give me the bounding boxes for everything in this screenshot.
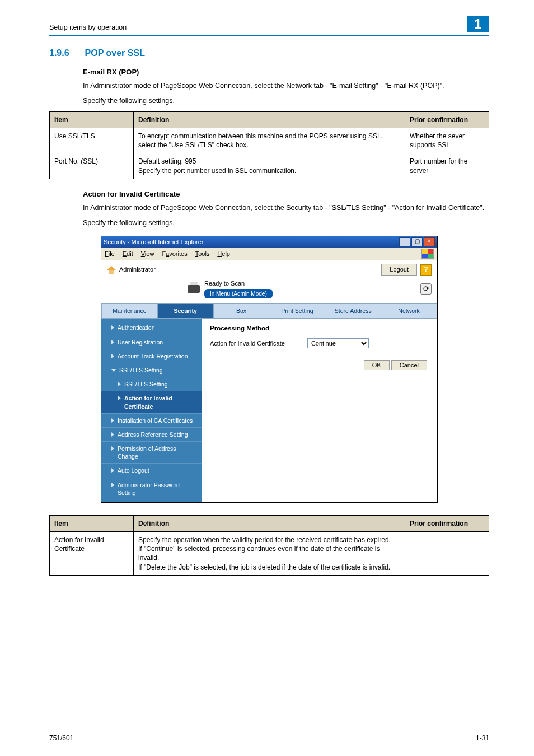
sidebar-item-authentication[interactable]: Authentication bbox=[101, 321, 202, 335]
col-definition: Definition bbox=[134, 111, 405, 128]
menu-file[interactable]: File bbox=[105, 250, 115, 258]
cell-item: Use SSL/TLS bbox=[50, 128, 134, 153]
cell-def: To encrypt communication between this ma… bbox=[134, 128, 405, 153]
tab-print-setting[interactable]: Print Setting bbox=[269, 303, 325, 319]
cell-prior: Whether the sever supports SSL bbox=[405, 128, 489, 153]
tab-box[interactable]: Box bbox=[214, 303, 270, 319]
col-item: Item bbox=[50, 111, 134, 128]
triangle-right-icon bbox=[111, 446, 114, 451]
sidebar-item-install-ca[interactable]: Installation of CA Certificates bbox=[101, 414, 202, 428]
screenshot-ie-window: Security - Microsoft Internet Explorer _… bbox=[101, 236, 438, 503]
triangle-right-icon bbox=[111, 354, 114, 358]
chapter-badge: 1 bbox=[467, 16, 489, 32]
ok-button[interactable]: OK bbox=[364, 360, 390, 370]
window-title: Security - Microsoft Internet Explorer bbox=[104, 238, 204, 246]
table-row: Action for Invalid Certificate Specify t… bbox=[50, 532, 489, 576]
cell-item: Action for Invalid Certificate bbox=[50, 532, 134, 576]
col-item: Item bbox=[50, 515, 134, 531]
cell-prior: Port number for the server bbox=[405, 153, 489, 179]
tab-maintenance[interactable]: Maintenance bbox=[101, 303, 158, 319]
triangle-right-icon bbox=[111, 325, 114, 330]
cell-def: Specify the operation when the validity … bbox=[134, 532, 405, 576]
sidebar-item-account-track[interactable]: Account Track Registration bbox=[101, 349, 202, 363]
tab-store-address[interactable]: Store Address bbox=[325, 303, 381, 319]
col-prior: Prior confirmation bbox=[405, 111, 489, 128]
triangle-right-icon bbox=[118, 396, 121, 400]
sidebar-item-ssl-tls[interactable]: SSL/TLS Setting bbox=[101, 363, 202, 377]
printer-icon bbox=[188, 285, 200, 293]
home-icon[interactable] bbox=[107, 266, 116, 274]
triangle-right-icon bbox=[111, 468, 114, 473]
admin-mode-label: Administrator bbox=[119, 265, 156, 274]
sidebar-item-admin-password[interactable]: Administrator Password Setting bbox=[101, 478, 202, 500]
definition-table-1: Item Definition Prior confirmation Use S… bbox=[49, 111, 489, 179]
table-row: Use SSL/TLS To encrypt communication bet… bbox=[50, 128, 489, 153]
triangle-right-icon bbox=[111, 432, 114, 437]
field-label-action-invalid: Action for Invalid Certificate bbox=[210, 339, 285, 348]
col-definition: Definition bbox=[134, 515, 405, 531]
sidebar: Authentication User Registration Account… bbox=[101, 319, 202, 502]
triangle-right-icon bbox=[118, 382, 121, 386]
subheading-action-invalid: Action for Invalid Certificate bbox=[83, 189, 489, 199]
refresh-icon[interactable]: ⟳ bbox=[420, 283, 432, 295]
sidebar-item-user-registration[interactable]: User Registration bbox=[101, 335, 202, 349]
cell-def: Default setting: 995 Specify the port nu… bbox=[134, 153, 405, 179]
triangle-down-icon bbox=[111, 369, 116, 372]
tab-network[interactable]: Network bbox=[381, 303, 437, 319]
window-minimize-icon[interactable]: _ bbox=[399, 237, 410, 246]
windows-flag-icon bbox=[421, 249, 434, 259]
paragraph: In Administrator mode of PageScope Web C… bbox=[83, 203, 489, 213]
window-maximize-icon[interactable]: ▢ bbox=[411, 237, 423, 246]
section-number: 1.9.6 bbox=[49, 47, 69, 59]
window-titlebar: Security - Microsoft Internet Explorer _… bbox=[101, 236, 437, 248]
definition-table-2: Item Definition Prior confirmation Actio… bbox=[49, 515, 489, 576]
menu-view[interactable]: View bbox=[141, 250, 154, 258]
tab-security[interactable]: Security bbox=[158, 303, 214, 319]
triangle-right-icon bbox=[111, 340, 114, 344]
menu-edit[interactable]: Edit bbox=[123, 250, 133, 258]
ie-menubar: File Edit View Favorites Tools Help bbox=[101, 248, 437, 260]
paragraph: In Administrator mode of PageScope Web C… bbox=[83, 81, 489, 91]
menu-help[interactable]: Help bbox=[217, 250, 230, 258]
section-title: POP over SSL bbox=[85, 47, 145, 59]
sidebar-sub-action-invalid[interactable]: Action for Invalid Certificate bbox=[101, 391, 202, 413]
main-tabs: Maintenance Security Box Print Setting S… bbox=[101, 303, 437, 319]
main-panel: Processing Method Action for Invalid Cer… bbox=[202, 319, 437, 502]
cell-item: Port No. (SSL) bbox=[50, 153, 134, 179]
menu-tools[interactable]: Tools bbox=[195, 250, 210, 258]
col-prior: Prior confirmation bbox=[405, 515, 489, 531]
footer-page: 1-31 bbox=[476, 734, 489, 743]
logout-button[interactable]: Logout bbox=[381, 264, 417, 276]
header-rule bbox=[49, 35, 489, 36]
action-invalid-select[interactable]: Continue bbox=[307, 338, 369, 348]
paragraph: Specify the following settings. bbox=[83, 218, 489, 228]
paragraph: Specify the following settings. bbox=[83, 96, 489, 106]
table-row: Port No. (SSL) Default setting: 995 Spec… bbox=[50, 153, 489, 179]
footer-rule bbox=[49, 731, 489, 732]
footer-model: 751/601 bbox=[49, 734, 73, 743]
window-close-icon[interactable]: × bbox=[424, 237, 435, 246]
sidebar-item-permission-address[interactable]: Permission of Address Change bbox=[101, 442, 202, 464]
triangle-right-icon bbox=[111, 483, 114, 487]
subheading-email-rx: E-mail RX (POP) bbox=[83, 67, 489, 77]
menu-favorites[interactable]: Favorites bbox=[162, 250, 187, 258]
mode-badge: In Menu (Admin Mode) bbox=[204, 289, 273, 299]
panel-heading: Processing Method bbox=[210, 324, 429, 333]
status-ready: Ready to Scan bbox=[204, 279, 273, 288]
running-header: Setup items by operation bbox=[49, 23, 127, 32]
sidebar-item-auto-logout[interactable]: Auto Logout bbox=[101, 464, 202, 478]
cell-prior bbox=[405, 532, 489, 576]
sidebar-item-address-ref[interactable]: Address Reference Setting bbox=[101, 428, 202, 442]
help-icon[interactable]: ? bbox=[420, 264, 432, 276]
cancel-button[interactable]: Cancel bbox=[391, 360, 427, 370]
sidebar-sub-ssl-tls[interactable]: SSL/TLS Setting bbox=[101, 377, 202, 391]
triangle-right-icon bbox=[111, 418, 114, 423]
